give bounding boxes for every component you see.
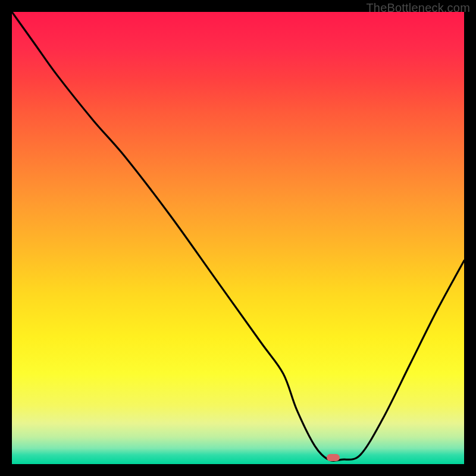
plot-area [12, 12, 464, 464]
gradient-background [12, 12, 464, 464]
chart-container: TheBottleneck.com [0, 0, 476, 476]
optimal-marker [327, 454, 340, 461]
